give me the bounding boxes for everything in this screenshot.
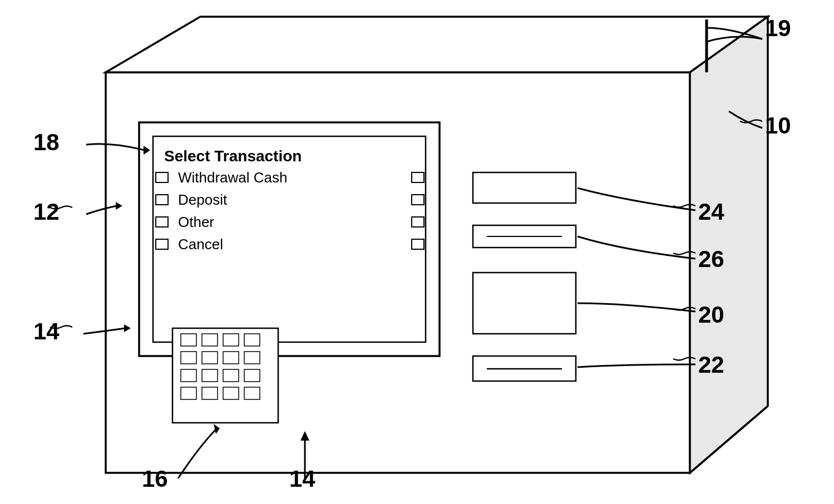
menu-item-deposit[interactable]: Deposit bbox=[178, 191, 228, 208]
svg-rect-30 bbox=[223, 387, 239, 399]
svg-rect-26 bbox=[223, 369, 239, 382]
svg-marker-2 bbox=[690, 17, 768, 473]
svg-rect-16 bbox=[181, 334, 196, 346]
menu-item-cancel[interactable]: Cancel bbox=[178, 236, 223, 253]
svg-rect-29 bbox=[202, 387, 218, 399]
svg-rect-32 bbox=[473, 172, 576, 203]
label-14-left: 14 bbox=[33, 318, 60, 344]
svg-rect-14 bbox=[412, 239, 424, 249]
atm-diagram: Select Transaction Withdrawal Cash Depos… bbox=[0, 0, 834, 504]
svg-rect-25 bbox=[202, 369, 218, 382]
menu-item-withdrawal[interactable]: Withdrawal Cash bbox=[178, 169, 288, 186]
label-19: 19 bbox=[765, 15, 791, 41]
svg-rect-9 bbox=[156, 217, 168, 227]
svg-marker-1 bbox=[106, 17, 768, 72]
svg-rect-11 bbox=[412, 172, 424, 182]
svg-rect-7 bbox=[156, 172, 168, 182]
label-12: 12 bbox=[33, 199, 60, 225]
svg-rect-13 bbox=[412, 217, 424, 227]
svg-rect-12 bbox=[412, 195, 424, 205]
menu-item-other[interactable]: Other bbox=[178, 214, 214, 230]
svg-rect-23 bbox=[244, 352, 260, 364]
screen-title: Select Transaction bbox=[164, 147, 302, 165]
label-26: 26 bbox=[698, 246, 724, 272]
label-14-bottom: 14 bbox=[289, 466, 315, 492]
svg-rect-28 bbox=[181, 387, 196, 399]
svg-rect-18 bbox=[223, 334, 239, 346]
svg-rect-27 bbox=[244, 369, 260, 382]
svg-rect-35 bbox=[473, 273, 576, 334]
svg-rect-20 bbox=[181, 352, 196, 364]
label-10: 10 bbox=[765, 112, 791, 139]
label-18: 18 bbox=[33, 129, 60, 155]
svg-rect-31 bbox=[244, 387, 260, 399]
svg-rect-8 bbox=[156, 195, 168, 205]
label-22: 22 bbox=[698, 352, 724, 378]
svg-rect-21 bbox=[202, 352, 218, 364]
svg-rect-22 bbox=[223, 352, 239, 364]
label-16: 16 bbox=[142, 466, 168, 492]
svg-rect-17 bbox=[202, 334, 218, 346]
svg-rect-10 bbox=[156, 239, 168, 249]
label-20: 20 bbox=[698, 302, 724, 328]
label-24: 24 bbox=[698, 199, 724, 225]
svg-rect-19 bbox=[244, 334, 260, 346]
svg-rect-24 bbox=[181, 369, 196, 382]
